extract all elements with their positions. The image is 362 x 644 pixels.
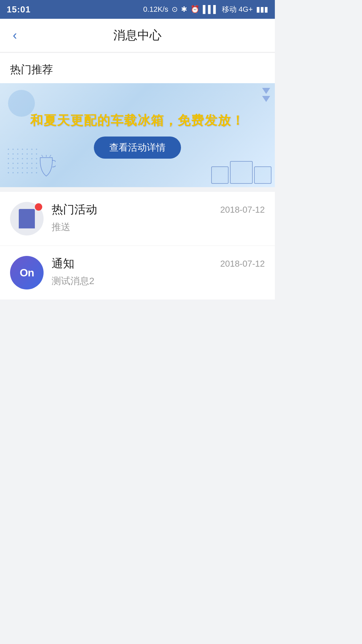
message-top-row-2: 通知 2018-07-12 (52, 256, 265, 271)
battery-icon: ▮▮▮ (256, 5, 268, 14)
avatar-wrap-1 (10, 202, 44, 235)
section-title: 热门推荐 (10, 63, 53, 75)
message-content-2: 通知 2018-07-12 测试消息2 (52, 256, 265, 287)
banner[interactable]: 和夏天更配的车载冰箱，免费发放！ 查看活动详情 (0, 83, 275, 187)
message-item-hot-activity[interactable]: 热门活动 2018-07-12 推送 (0, 192, 275, 246)
message-title-2: 通知 (52, 256, 74, 271)
message-subtitle-1: 推送 (52, 221, 265, 233)
gift-box-2 (230, 161, 253, 184)
gift-box-1 (211, 166, 229, 184)
banner-wrap: 和夏天更配的车载冰箱，免费发放！ 查看活动详情 (0, 83, 275, 187)
carrier-label: 移动 4G+ (222, 4, 253, 14)
bookmark-icon (19, 209, 35, 228)
banner-content: 和夏天更配的车载冰箱，免费发放！ 查看活动详情 (30, 112, 245, 159)
back-button[interactable]: ‹ (9, 25, 20, 46)
avatar-wrap-2: On (10, 256, 44, 289)
message-list: 热门活动 2018-07-12 推送 On 通知 2018-07-12 测试消息… (0, 192, 275, 300)
status-right: 0.12K/s ⊙ ✱ ⏰ ▌▌▌ 移动 4G+ ▮▮▮ (143, 4, 268, 14)
alarm-icon: ⏰ (190, 5, 199, 14)
status-bar: 15:01 0.12K/s ⊙ ✱ ⏰ ▌▌▌ 移动 4G+ ▮▮▮ (0, 0, 275, 19)
page-title: 消息中心 (113, 27, 162, 44)
message-title-1: 热门活动 (52, 202, 97, 217)
status-time: 15:01 (7, 4, 31, 15)
gift-box-3 (254, 166, 272, 184)
tri-2 (262, 96, 270, 102)
banner-cta-button[interactable]: 查看活动详情 (94, 137, 181, 159)
message-date-1: 2018-07-12 (220, 205, 265, 215)
tri-1 (262, 88, 270, 94)
gps-icon: ⊙ (172, 5, 178, 14)
unread-badge (35, 203, 42, 211)
top-nav: ‹ 消息中心 (0, 19, 275, 52)
banner-headline: 和夏天更配的车载冰箱，免费发放！ (30, 112, 245, 129)
network-speed: 0.12K/s (143, 5, 168, 14)
message-top-row-1: 热门活动 2018-07-12 (52, 202, 265, 217)
message-date-2: 2018-07-12 (220, 259, 265, 269)
bluetooth-icon: ✱ (181, 5, 187, 14)
message-content-1: 热门活动 2018-07-12 推送 (52, 202, 265, 233)
banner-decor-triangles (262, 88, 270, 102)
message-subtitle-2: 测试消息2 (52, 275, 265, 287)
section-header: 热门推荐 (0, 53, 275, 83)
signal-icon: ▌▌▌ (203, 5, 219, 14)
message-item-notification[interactable]: On 通知 2018-07-12 测试消息2 (0, 246, 275, 300)
on-icon-text: On (20, 267, 34, 279)
banner-gifts (211, 161, 272, 184)
avatar-on: On (10, 256, 44, 289)
empty-area (0, 300, 275, 601)
